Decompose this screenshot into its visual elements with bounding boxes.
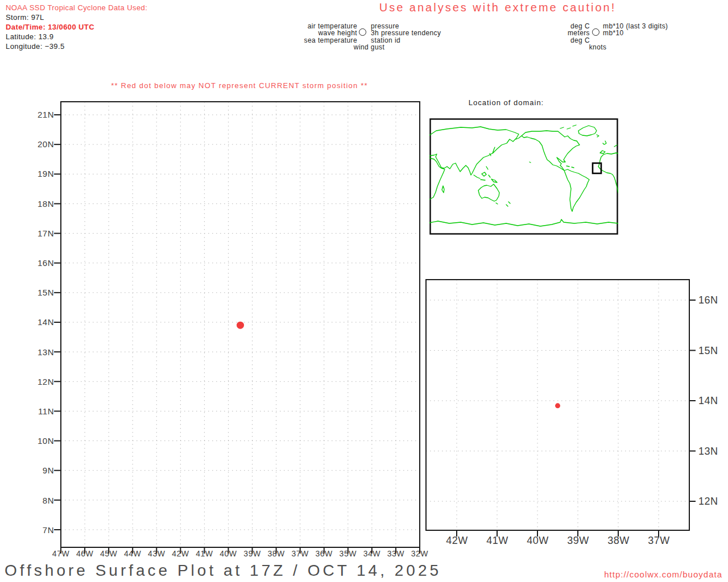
station-legend-left-item: wave height bbox=[304, 30, 357, 36]
x-tick-label: 41W bbox=[477, 535, 518, 547]
x-tick-label: 39W bbox=[558, 535, 598, 547]
page-title: Offshore Surface Plot at 17Z / OCT 14, 2… bbox=[5, 562, 441, 580]
x-tick-label: 39W bbox=[241, 549, 264, 558]
domain-map-title: Location of domain: bbox=[449, 98, 563, 107]
units-legend-right: mb*10 (last 3 digits)mb*10 bbox=[603, 23, 668, 37]
x-tick-label: 33W bbox=[384, 549, 408, 558]
inset-plot-x-axis-labels: 42W41W40W39W38W37W bbox=[437, 535, 679, 547]
station-legend-right: pressure3h pressure tendencystation id bbox=[371, 23, 441, 44]
units-legend-left: deg Cmetersdeg C bbox=[568, 23, 590, 44]
x-tick-label: 44W bbox=[121, 549, 144, 558]
y-tick-label: 18N bbox=[38, 199, 54, 209]
y-tick-label: 11N bbox=[38, 407, 54, 416]
units-legend-left-item: deg C bbox=[568, 37, 590, 44]
station-legend-left: air temperaturewave heightsea temperatur… bbox=[304, 23, 357, 44]
y-tick-label: 14N bbox=[698, 395, 718, 406]
storm-latitude: Latitude: 13.9 bbox=[6, 32, 147, 41]
y-tick-label: 17N bbox=[38, 229, 54, 238]
storm-position-dot-main bbox=[237, 322, 244, 329]
storm-longitude: Longitude: −39.5 bbox=[6, 41, 147, 51]
storm-datetime: Date/Time: 13/0600 UTC bbox=[6, 22, 147, 32]
y-tick-label: 21N bbox=[38, 110, 54, 119]
buoy-plot-page: NOAA SSD Tropical Cyclone Data Used: Sto… bbox=[0, 0, 728, 582]
storm-position-dot-inset bbox=[555, 403, 560, 408]
x-tick-label: 32W bbox=[408, 549, 432, 558]
y-tick-label: 12N bbox=[698, 496, 718, 507]
y-tick-label: 16N bbox=[698, 294, 718, 306]
x-tick-label: 46W bbox=[73, 549, 97, 558]
x-tick-label: 40W bbox=[216, 549, 240, 558]
station-legend-right-item: 3h pressure tendency bbox=[371, 30, 441, 36]
x-tick-label: 43W bbox=[144, 549, 168, 558]
units-legend-left-item: meters bbox=[568, 30, 590, 36]
inset-plot-y-axis-labels: 16N15N14N13N12N bbox=[698, 294, 718, 507]
x-tick-label: 40W bbox=[518, 535, 558, 547]
y-tick-label: 20N bbox=[38, 140, 54, 149]
units-legend-right-item: mb*10 bbox=[603, 30, 668, 36]
x-tick-label: 42W bbox=[437, 535, 477, 547]
station-circle-icon bbox=[359, 28, 366, 36]
station-legend-wind-gust: wind gust bbox=[335, 44, 403, 51]
y-tick-label: 13N bbox=[38, 348, 54, 357]
main-plot-y-axis-labels: 21N20N19N18N17N16N15N14N13N12N11N10N9N8N… bbox=[17, 110, 54, 535]
world-map bbox=[429, 118, 618, 235]
x-tick-label: 41W bbox=[192, 549, 216, 558]
units-circle-icon bbox=[592, 28, 599, 36]
main-plot-x-axis-labels: 47W46W45W44W43W42W41W40W39W38W37W36W35W3… bbox=[49, 549, 432, 558]
y-tick-label: 9N bbox=[43, 466, 54, 475]
y-tick-label: 10N bbox=[38, 436, 54, 446]
x-tick-label: 37W bbox=[288, 549, 312, 558]
x-tick-label: 47W bbox=[49, 549, 73, 558]
x-tick-label: 42W bbox=[168, 549, 192, 558]
y-tick-label: 15N bbox=[698, 345, 718, 356]
y-tick-label: 13N bbox=[698, 446, 718, 457]
world-map-frame bbox=[431, 119, 618, 234]
storm-data-source: NOAA SSD Tropical Cyclone Data Used: bbox=[6, 3, 147, 13]
caution-headline: Use analyses with extreme caution! bbox=[353, 1, 643, 14]
y-tick-label: 19N bbox=[38, 169, 54, 178]
source-url-link[interactable]: http://coolwx.com/buoydata bbox=[604, 569, 722, 579]
storm-position-warning: ** Red dot below may NOT represent CURRE… bbox=[69, 81, 410, 90]
x-tick-label: 38W bbox=[264, 549, 288, 558]
storm-id: Storm: 97L bbox=[6, 13, 147, 22]
x-tick-label: 34W bbox=[360, 549, 384, 558]
storm-info-block: NOAA SSD Tropical Cyclone Data Used: Sto… bbox=[6, 3, 147, 51]
station-legend-left-item: sea temperature bbox=[304, 37, 357, 44]
units-legend-knots: knots bbox=[564, 44, 632, 51]
x-tick-label: 36W bbox=[312, 549, 336, 558]
y-tick-label: 15N bbox=[38, 288, 54, 297]
y-tick-label: 7N bbox=[43, 526, 54, 535]
y-tick-label: 8N bbox=[43, 496, 54, 505]
y-tick-label: 14N bbox=[38, 318, 54, 327]
y-tick-label: 12N bbox=[38, 377, 54, 386]
x-tick-label: 38W bbox=[598, 535, 639, 547]
x-tick-label: 35W bbox=[336, 549, 360, 558]
y-tick-label: 16N bbox=[38, 259, 54, 268]
x-tick-label: 45W bbox=[97, 549, 121, 558]
x-tick-label: 37W bbox=[639, 535, 679, 547]
